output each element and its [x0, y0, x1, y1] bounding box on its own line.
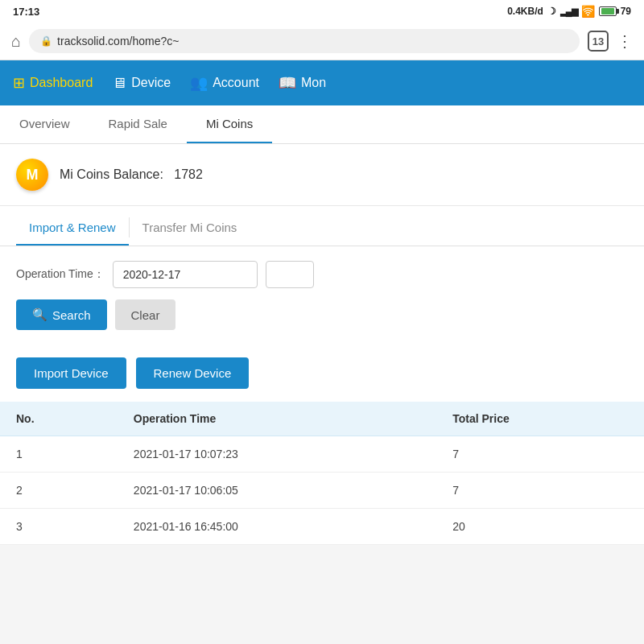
monitor-icon: 📖: [279, 74, 296, 92]
operation-time-extra-input[interactable]: [266, 261, 314, 288]
signal-icon: ▂▄▆: [560, 6, 577, 17]
sub-tab-import-renew[interactable]: Import & Renew: [16, 209, 129, 246]
nav-bar: ⊞ Dashboard 🖥 Device 👥 Account 📖 Mon: [0, 60, 644, 105]
nav-item-dashboard[interactable]: ⊞ Dashboard: [13, 68, 93, 98]
clear-button[interactable]: Clear: [115, 299, 176, 330]
filter-row: Operation Time：: [16, 261, 628, 288]
battery-display: [599, 6, 617, 17]
table-header-row: No. Operation Time Total Price: [0, 402, 644, 436]
browser-menu-icon[interactable]: ⋮: [617, 31, 633, 51]
cell-no: 2: [0, 473, 118, 509]
nav-label-device: Device: [131, 76, 171, 90]
account-icon: 👥: [190, 74, 208, 92]
nav-item-monitor[interactable]: 📖 Mon: [279, 68, 326, 98]
wifi-icon: 🛜: [581, 5, 595, 18]
table-row: 1 2021-01-17 10:07:23 7: [0, 436, 644, 473]
data-table: No. Operation Time Total Price 1 2021-01…: [0, 402, 644, 545]
home-icon[interactable]: ⌂: [11, 32, 21, 51]
col-operation-time: Operation Time: [118, 402, 436, 436]
moon-icon: ☽: [547, 6, 556, 17]
action-btn-row: Import Device Renew Device: [0, 349, 644, 402]
col-no: No.: [0, 402, 118, 436]
mi-coin-icon: M: [16, 159, 48, 191]
status-right: 0.4KB/d ☽ ▂▄▆ 🛜 79: [507, 5, 631, 18]
btn-row: 🔍 Search Clear: [16, 299, 628, 330]
nav-label-monitor: Mon: [301, 76, 326, 90]
cell-price: 20: [436, 509, 644, 545]
balance-label: Mi Coins Balance: 1782: [60, 167, 203, 182]
tab-count-badge[interactable]: 13: [588, 31, 609, 52]
dashboard-icon: ⊞: [13, 74, 25, 92]
cell-price: 7: [436, 436, 644, 473]
cell-time: 2021-01-16 16:45:00: [118, 509, 436, 545]
balance-amount: 1782: [174, 167, 203, 181]
table-row: 2 2021-01-17 10:06:05 7: [0, 473, 644, 509]
status-bar: 17:13 0.4KB/d ☽ ▂▄▆ 🛜 79: [0, 0, 644, 23]
cell-time: 2021-01-17 10:06:05: [118, 473, 436, 509]
table-container: No. Operation Time Total Price 1 2021-01…: [0, 402, 644, 545]
nav-item-device[interactable]: 🖥 Device: [112, 68, 171, 98]
sub-tabs: Import & Renew Transfer Mi Coins: [0, 209, 644, 246]
cell-no: 3: [0, 509, 118, 545]
col-total-price: Total Price: [436, 402, 644, 436]
tab-mi-coins[interactable]: Mi Coins: [187, 105, 272, 143]
device-icon: 🖥: [112, 75, 126, 92]
tabs-bar: Overview Rapid Sale Mi Coins: [0, 105, 644, 144]
url-text: tracksolid.com/home?c~: [57, 35, 179, 47]
cell-time: 2021-01-17 10:07:23: [118, 436, 436, 473]
search-button[interactable]: 🔍 Search: [16, 299, 107, 330]
cell-price: 7: [436, 473, 644, 509]
operation-time-input[interactable]: [113, 261, 258, 288]
network-speed: 0.4KB/d: [507, 6, 543, 17]
lock-icon: 🔒: [40, 35, 52, 47]
browser-bar: ⌂ 🔒 tracksolid.com/home?c~ 13 ⋮: [0, 23, 644, 60]
nav-item-account[interactable]: 👥 Account: [190, 68, 259, 98]
import-device-button[interactable]: Import Device: [16, 357, 126, 389]
address-bar[interactable]: 🔒 tracksolid.com/home?c~: [29, 29, 580, 53]
tab-rapid-sale[interactable]: Rapid Sale: [89, 105, 187, 143]
main-content: Overview Rapid Sale Mi Coins M Mi Coins …: [0, 105, 644, 545]
table-row: 3 2021-01-16 16:45:00 20: [0, 509, 644, 545]
sub-tab-transfer[interactable]: Transfer Mi Coins: [130, 209, 250, 246]
battery-percent: 79: [621, 6, 631, 17]
filter-area: Operation Time： 🔍 Search Clear: [0, 246, 644, 349]
balance-row: M Mi Coins Balance: 1782: [0, 144, 644, 206]
tab-overview[interactable]: Overview: [0, 105, 89, 143]
nav-label-dashboard: Dashboard: [30, 76, 93, 90]
time-display: 17:13: [13, 6, 39, 18]
renew-device-button[interactable]: Renew Device: [136, 357, 250, 389]
nav-label-account: Account: [213, 76, 259, 90]
search-icon: 🔍: [32, 308, 47, 322]
cell-no: 1: [0, 436, 118, 473]
operation-time-label: Operation Time：: [16, 267, 105, 282]
